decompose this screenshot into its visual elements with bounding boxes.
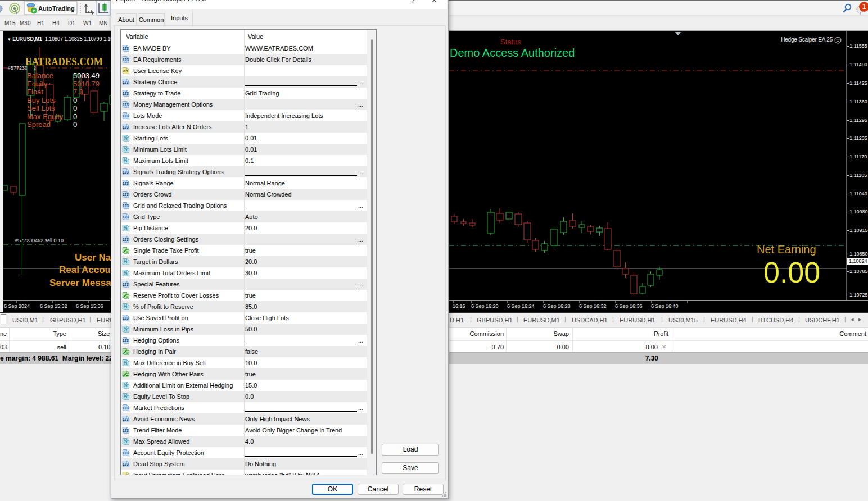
svg-text:½: ½: [124, 439, 128, 444]
svg-text:123: 123: [123, 204, 129, 208]
svg-text:123: 123: [123, 58, 129, 62]
svg-text:123: 123: [123, 215, 129, 219]
svg-text:½: ½: [124, 158, 128, 163]
svg-text:123: 123: [123, 451, 129, 455]
svg-text:½: ½: [124, 360, 128, 366]
svg-text:123: 123: [123, 80, 129, 84]
svg-text:#577230462 sell 0.10: #577230462 sell 0.10: [15, 238, 64, 243]
svg-text:123: 123: [123, 103, 129, 107]
svg-text:½: ½: [124, 259, 128, 265]
svg-text:1: 1: [862, 3, 866, 11]
svg-text:½: ½: [124, 304, 128, 309]
svg-text:123: 123: [123, 238, 129, 242]
svg-text:½: ½: [124, 270, 128, 276]
svg-text:123: 123: [123, 170, 129, 174]
svg-text:ab: ab: [123, 69, 128, 74]
svg-text:123: 123: [123, 429, 129, 432]
svg-text:½: ½: [124, 382, 128, 388]
svg-text:123: 123: [123, 193, 129, 197]
svg-text:123: 123: [123, 283, 129, 286]
svg-text:123: 123: [123, 92, 129, 95]
svg-text:123: 123: [123, 462, 129, 466]
svg-text:½: ½: [124, 326, 128, 332]
svg-text:½: ½: [124, 225, 128, 231]
svg-text:123: 123: [123, 114, 129, 118]
svg-text:123: 123: [123, 125, 129, 129]
svg-text:123: 123: [123, 181, 129, 185]
svg-text:123: 123: [123, 316, 129, 320]
svg-text:AutoTrading: AutoTrading: [38, 5, 75, 12]
svg-text:123: 123: [123, 339, 129, 343]
svg-text:½: ½: [124, 394, 128, 399]
svg-text:½: ½: [124, 135, 128, 141]
svg-text:123: 123: [123, 406, 129, 410]
svg-text:ab: ab: [123, 473, 128, 475]
svg-text:123: 123: [123, 417, 129, 421]
svg-text:123: 123: [123, 47, 129, 51]
svg-text:½: ½: [124, 147, 128, 152]
